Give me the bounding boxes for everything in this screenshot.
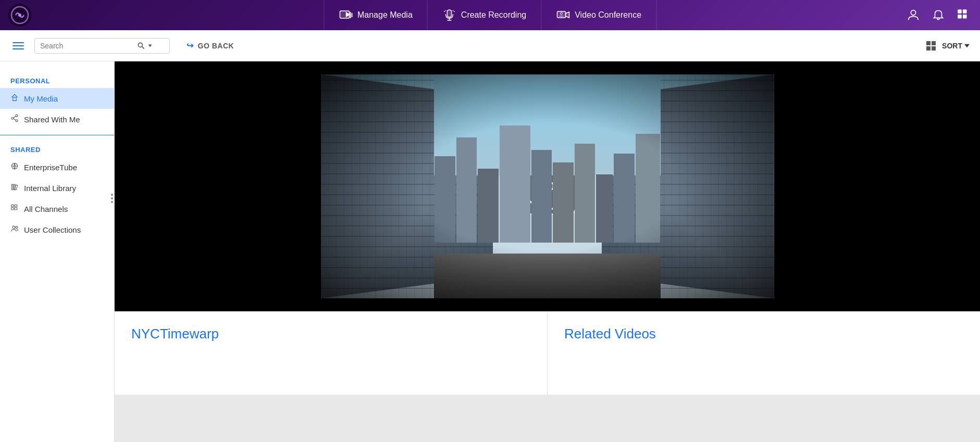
home-icon [10, 93, 19, 104]
search-icon [137, 42, 145, 50]
video-title: NYCTimewarp [131, 326, 530, 342]
video-conference-label: Video Conference [575, 10, 641, 20]
users-icon [10, 224, 19, 235]
svg-line-25 [14, 116, 16, 118]
nav-video-conference[interactable]: Video Conference [541, 0, 656, 30]
svg-point-1 [18, 14, 21, 17]
svg-rect-33 [15, 205, 17, 207]
video-panorama: 360° [321, 74, 774, 298]
related-videos-label: Related Videos [564, 326, 963, 342]
main-layout: PERSONAL My Media Shared With [0, 61, 980, 442]
notification-bell-icon[interactable] [930, 7, 947, 23]
svg-rect-32 [11, 208, 14, 210]
more-dot [111, 194, 113, 196]
nav-manage-media[interactable]: Manage Media [324, 0, 428, 30]
svg-rect-13 [958, 9, 962, 14]
sort-label: SORT [942, 42, 962, 50]
svg-rect-16 [963, 15, 967, 19]
search-dropdown-icon[interactable] [147, 42, 153, 49]
svg-marker-20 [964, 44, 970, 47]
nav-create-recording[interactable]: Create Recording [428, 0, 541, 30]
svg-rect-14 [963, 9, 967, 14]
shared-section-label: SHARED [0, 141, 114, 157]
search-input[interactable] [40, 42, 134, 50]
svg-line-18 [142, 46, 144, 48]
svg-marker-9 [565, 12, 569, 18]
search-box [34, 38, 170, 54]
top-nav-right [905, 7, 972, 23]
video-info-left: NYCTimewarp [115, 311, 548, 395]
sidebar-more-button[interactable] [109, 192, 115, 205]
sort-button[interactable]: SORT [942, 42, 970, 50]
my-media-label: My Media [24, 94, 58, 103]
go-back-label: GO BACK [198, 42, 234, 50]
share-icon [10, 114, 19, 124]
svg-rect-15 [958, 15, 962, 19]
app-logo[interactable] [8, 4, 31, 27]
sidebar-item-shared-with-me[interactable]: Shared With Me [0, 109, 114, 130]
apps-grid-icon[interactable] [955, 7, 972, 23]
manage-media-label: Manage Media [357, 10, 413, 20]
sidebar-divider [0, 135, 114, 135]
video-player[interactable]: 360° [115, 61, 980, 311]
content-area: 360° NYCTimewarp Related Videos [115, 61, 980, 442]
video-info-right: Related Videos [548, 311, 980, 395]
svg-point-23 [16, 120, 18, 122]
channels-icon [10, 204, 19, 214]
svg-line-26 [14, 119, 16, 120]
user-collections-label: User Collections [24, 225, 81, 234]
create-recording-icon [442, 9, 457, 21]
svg-point-24 [11, 117, 14, 119]
shared-with-me-label: Shared With Me [24, 115, 80, 124]
svg-rect-31 [11, 205, 14, 207]
grid-view-button[interactable] [926, 41, 936, 50]
all-channels-label: All Channels [24, 205, 68, 213]
svg-rect-21 [13, 97, 16, 100]
create-recording-label: Create Recording [461, 10, 526, 20]
sidebar: PERSONAL My Media Shared With [0, 61, 115, 442]
more-dot [111, 197, 113, 199]
sidebar-item-my-media[interactable]: My Media [0, 88, 114, 109]
enterprise-tube-label: EnterpriseTube [24, 163, 77, 172]
svg-point-22 [16, 115, 18, 117]
video-conference-icon [556, 9, 570, 21]
svg-marker-19 [148, 44, 152, 47]
library-icon [10, 183, 19, 193]
search-icons [137, 42, 153, 50]
svg-rect-29 [11, 184, 13, 190]
toolbar: ↪ GO BACK SORT [0, 30, 980, 61]
svg-point-12 [911, 10, 915, 15]
sidebar-item-enterprise-tube[interactable]: EnterpriseTube [0, 157, 114, 178]
personal-section-label: PERSONAL [0, 72, 114, 88]
top-nav: Manage Media Create Recording Video Conf [0, 0, 980, 30]
user-icon[interactable] [905, 7, 922, 23]
hamburger-button[interactable] [10, 40, 26, 52]
go-back-arrow-icon: ↪ [187, 41, 194, 50]
top-nav-center: Manage Media Create Recording Video Conf [324, 0, 656, 30]
sidebar-item-all-channels[interactable]: All Channels [0, 198, 114, 219]
go-back-button[interactable]: ↪ GO BACK [187, 41, 234, 50]
more-dot [111, 201, 113, 203]
sidebar-item-user-collections[interactable]: User Collections [0, 219, 114, 240]
svg-point-17 [138, 43, 142, 47]
globe-icon [10, 162, 19, 172]
toolbar-right: SORT [926, 41, 970, 50]
svg-point-36 [16, 226, 18, 229]
sidebar-item-internal-library[interactable]: Internal Library [0, 178, 114, 198]
bottom-section: NYCTimewarp Related Videos [115, 311, 980, 395]
svg-point-35 [13, 226, 15, 229]
sidebar-shared-section: EnterpriseTube Internal Library [0, 157, 114, 240]
sort-chevron-icon [964, 44, 970, 48]
manage-media-icon [339, 9, 353, 21]
internal-library-label: Internal Library [24, 184, 76, 193]
svg-rect-34 [15, 208, 17, 210]
